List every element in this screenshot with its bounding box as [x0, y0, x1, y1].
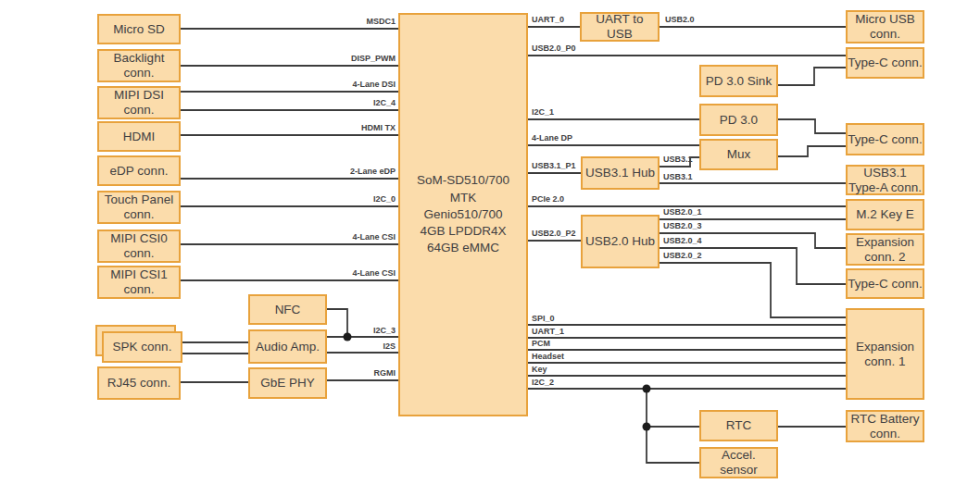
block-hdmi: HDMI: [97, 121, 181, 152]
block-mux: Mux: [699, 139, 778, 170]
wire-label-i2c1: I2C_1: [532, 107, 554, 117]
block-touch-panel-conn: Touch Panel conn.: [97, 191, 181, 224]
wire-label-usb20-p2: USB2.0_P2: [532, 229, 576, 238]
block-expansion-conn-2: Expansion conn. 2: [846, 233, 924, 266]
wire-label-4lane-dp: 4-Lane DP: [532, 133, 572, 143]
wire-label-usb31-to-mux: USB3.1: [663, 155, 693, 164]
wire-label-4lane-csi1: 4-Lane CSI: [352, 268, 396, 278]
block-usb20-hub: USB2.0 Hub: [581, 215, 660, 268]
block-edp-conn: eDP conn.: [97, 155, 181, 186]
block-usb31-hub: USB3.1 Hub: [581, 156, 660, 190]
wire-label-uart0: UART_0: [532, 15, 564, 24]
block-pd30: PD 3.0: [699, 104, 778, 136]
block-type-c-conn-2: Type-C conn.: [846, 123, 924, 155]
wire-label-i2c0: I2C_0: [373, 194, 396, 204]
block-uart-to-usb: UART to USB: [580, 12, 660, 42]
block-rtc-battery-conn: RTC Battery conn.: [846, 410, 924, 442]
wire-label-rgmi: RGMI: [374, 368, 396, 378]
wire-label-key: Key: [532, 365, 547, 374]
wire-label-uart1: UART_1: [532, 327, 564, 336]
block-som: SoM-SD510/700 MTK Genio510/700 4GB LPDDR…: [398, 13, 528, 416]
block-rj45-conn: RJ45 conn.: [97, 366, 181, 400]
wire-label-spi0: SPI_0: [532, 314, 555, 323]
wire-label-usb20-1: USB2.0_1: [663, 207, 702, 217]
wire-label-i2s: I2S: [383, 341, 396, 351]
block-m2-key-e: M.2 Key E: [846, 199, 924, 230]
block-nfc: NFC: [248, 294, 327, 325]
block-micro-sd: Micro SD: [97, 14, 181, 44]
wire-label-disp-pwm: DISP_PWM: [351, 54, 396, 63]
block-accel-sensor: Accel. sensor: [699, 447, 778, 478]
wire-label-2lane-edp: 2-Lane eDP: [350, 167, 396, 176]
wire-label-pcie20: PCIe 2.0: [532, 194, 564, 204]
block-gbe-phy: GbE PHY: [248, 367, 327, 399]
wire-label-usb31-p1: USB3.1_P1: [532, 161, 576, 170]
block-pd30-sink: PD 3.0 Sink: [699, 65, 778, 97]
wire-label-headset: Headset: [532, 352, 564, 361]
block-usb31-type-a-conn: USB3.1 Type-A conn.: [846, 165, 924, 195]
wire-label-usb20-3: USB2.0_3: [663, 221, 702, 230]
block-spk-conn: SPK conn.: [102, 331, 182, 363]
block-micro-usb-conn: Micro USB conn.: [846, 10, 924, 43]
wire-label-4lane-csi0: 4-Lane CSI: [352, 232, 396, 242]
block-mipi-csi0-conn: MIPI CSI0 conn.: [97, 230, 181, 263]
wire-label-usb31-to-typea: USB3.1: [663, 172, 693, 181]
block-expansion-conn-1: Expansion conn. 1: [846, 308, 924, 400]
wire-label-hdmi-tx: HDMI TX: [361, 123, 396, 132]
wire-label-usb20-2: USB2.0_2: [663, 251, 702, 260]
wire-label-usb20: USB2.0: [665, 15, 695, 24]
block-diagram: Micro SD Backlight conn. MIPI DSI conn. …: [0, 0, 980, 484]
block-rtc: RTC: [699, 410, 778, 441]
block-type-c-conn-3: Type-C conn.: [846, 268, 924, 299]
wire-label-4lane-dsi: 4-Lane DSI: [352, 80, 396, 89]
block-mipi-dsi-conn: MIPI DSI conn.: [97, 86, 181, 119]
wire-label-pcm: PCM: [532, 339, 550, 348]
wire-label-i2c3: I2C_3: [373, 326, 396, 335]
block-audio-amp: Audio Amp.: [248, 329, 327, 364]
wire-label-usb20-p0: USB2.0_P0: [532, 43, 576, 53]
wire-label-usb20-4: USB2.0_4: [663, 236, 702, 245]
wire-label-msdc1: MSDC1: [366, 17, 396, 26]
block-mipi-csi1-conn: MIPI CSI1 conn.: [97, 266, 181, 299]
block-backlight-conn: Backlight conn.: [97, 49, 181, 82]
block-type-c-conn-1: Type-C conn.: [846, 47, 924, 79]
wire-label-i2c4: I2C_4: [373, 98, 396, 107]
wire-label-i2c2: I2C_2: [532, 378, 554, 387]
